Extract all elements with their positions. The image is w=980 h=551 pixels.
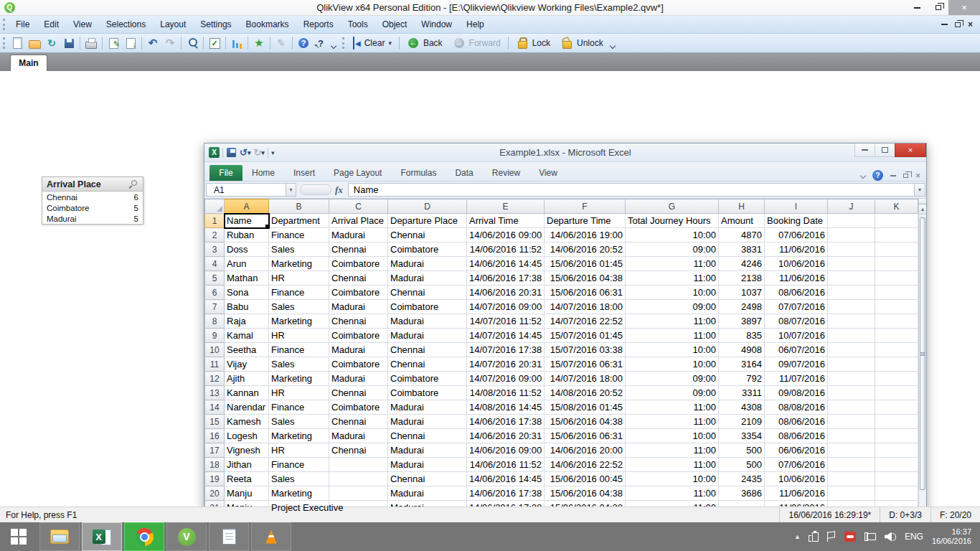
name-box[interactable]: A1 [206,183,286,197]
grid-cell-B18[interactable]: Finance [269,458,329,472]
grid-cell-B7[interactable]: Sales [269,300,329,314]
select-all-corner[interactable] [205,199,225,214]
open-button[interactable] [26,35,43,51]
grid-cell-D17[interactable]: Madurai [388,443,467,458]
grid-cell-E10[interactable]: 14/07/2016 17:38 [467,343,545,357]
grid-cell-K3[interactable] [875,242,918,257]
menu-settings[interactable]: Settings [193,16,238,33]
grid-cell-G9[interactable]: 11:00 [626,329,719,343]
grid-cell-K4[interactable] [875,257,918,271]
tray-expand-icon[interactable]: ▲ [794,533,801,540]
grid-cell-A11[interactable]: Vijay [225,357,269,372]
listbox-item-madurai[interactable]: Madurai5 [42,213,143,224]
bookmark-button[interactable] [250,35,268,51]
vertical-scrollbar[interactable]: ▲ ▼ [918,199,926,543]
grid-cell-J3[interactable] [828,242,875,257]
grid-cell-A4[interactable]: Arun [225,257,269,271]
grid-cell-C16[interactable]: Madurai [329,429,388,443]
grid-cell-H18[interactable]: 500 [719,458,765,472]
toolbar-overflow-icon-2[interactable] [609,44,616,48]
row-header-9[interactable]: 9 [205,329,225,343]
grid-cell-E14[interactable]: 14/08/2016 14:45 [467,400,545,415]
grid-cell-C20[interactable] [329,486,388,501]
grid-cell-J2[interactable] [828,228,875,242]
help-button[interactable] [295,35,312,51]
grid-cell-D10[interactable]: Chennai [388,343,467,357]
taskbar-excel-button[interactable] [82,522,122,551]
grid-cell-F20[interactable]: 15/06/2016 04:38 [545,486,626,501]
menu-layout[interactable]: Layout [153,16,193,33]
grid-cell-A2[interactable]: Ruban [225,228,269,242]
customize-qat-icon[interactable]: ▾ [271,149,275,156]
grid-cell-D18[interactable]: Madurai [388,458,467,472]
grid-cell-E4[interactable]: 14/06/2016 14:45 [467,257,545,271]
grid-cell-I6[interactable]: 08/06/2016 [765,286,828,300]
grid-cell-D6[interactable]: Chennai [388,286,467,300]
grid-cell-I13[interactable]: 09/08/2016 [765,386,828,400]
grid-cell-G5[interactable]: 11:00 [626,271,719,286]
row-header-18[interactable]: 18 [205,458,225,472]
start-button[interactable] [0,522,37,551]
grid-cell-C8[interactable]: Chennai [329,314,388,329]
grid-cell-C12[interactable]: Madurai [329,372,388,386]
grid-cell-H13[interactable]: 3311 [719,386,765,400]
excel-maximize-button[interactable] [875,143,895,157]
grid-cell-I10[interactable]: 06/07/2016 [765,343,828,357]
grid-cell-E13[interactable]: 14/08/2016 11:52 [467,386,545,400]
grid-cell-A13[interactable]: Kannan [225,386,269,400]
grid-cell-C9[interactable]: Coimbatore [329,329,388,343]
grid-cell-C19[interactable] [329,472,388,486]
help-icon[interactable]: ? [872,170,883,181]
grid-cell-D2[interactable]: Chennai [388,228,467,242]
grid-cell-G17[interactable]: 11:00 [626,443,719,458]
grid-cell-B20[interactable]: Marketing [269,486,329,501]
grid-cell-C2[interactable]: Madurai [329,228,388,242]
grid-cell-J15[interactable] [828,415,875,429]
ribbon-tab-insert[interactable]: Insert [284,165,324,181]
grid-cell-C11[interactable]: Coimbatore [329,357,388,372]
formula-bar-input[interactable]: Name [348,183,915,197]
chart-button[interactable] [228,35,245,51]
grid-cell-I17[interactable]: 06/06/2016 [765,443,828,458]
grid-cell-G11[interactable]: 10:00 [626,357,719,372]
grid-cell-A16[interactable]: Logesh [225,429,269,443]
grid-cell-B21[interactable]: Project Executive [269,501,329,515]
name-box-dropdown-icon[interactable]: ▾ [286,183,296,197]
grid-cell-K19[interactable] [875,472,918,486]
menu-bookmarks[interactable]: Bookmarks [239,16,296,33]
menu-view[interactable]: View [66,16,99,33]
grid-cell-D15[interactable]: Madurai [388,415,467,429]
grid-cell-B14[interactable]: Finance [269,400,329,415]
grid-cell-H10[interactable]: 4908 [719,343,765,357]
grid-cell-H8[interactable]: 3897 [719,314,765,329]
minimize-button[interactable] [907,0,928,15]
grid-cell-J20[interactable] [828,486,875,501]
grid-cell-F6[interactable]: 15/06/2016 06:31 [545,286,626,300]
grid-cell-F16[interactable]: 15/06/2016 06:31 [545,429,626,443]
grid-cell-J9[interactable] [828,329,875,343]
grid-cell-D5[interactable]: Madurai [388,271,467,286]
grid-cell-E12[interactable]: 14/07/2016 09:00 [467,372,545,386]
clear-button[interactable]: Clear ▾ [348,35,397,51]
grid-cell-E7[interactable]: 14/07/2016 09:00 [467,300,545,314]
menu-tools[interactable]: Tools [341,16,375,33]
grid-cell-J14[interactable] [828,400,875,415]
column-header-K[interactable]: K [875,199,918,214]
grid-cell-H1[interactable]: Amount [719,214,765,228]
row-header-19[interactable]: 19 [205,472,225,486]
grid-cell-B6[interactable]: Finance [269,286,329,300]
grid-cell-J13[interactable] [828,386,875,400]
grid-cell-J4[interactable] [828,257,875,271]
grid-cell-A12[interactable]: Ajith [225,372,269,386]
grid-cell-C18[interactable] [329,458,388,472]
grid-cell-B2[interactable]: Finance [269,228,329,242]
grid-cell-E11[interactable]: 14/07/2016 20:31 [467,357,545,372]
arrival-place-listbox[interactable]: Arrival Place Chennai6Coimbatore5Madurai… [42,176,143,225]
new-button[interactable] [9,35,26,51]
row-header-8[interactable]: 8 [205,314,225,329]
menu-file[interactable]: File [9,16,37,33]
grid-cell-B16[interactable]: Marketing [269,429,329,443]
grid-cell-G13[interactable]: 09:00 [626,386,719,400]
grid-cell-D12[interactable]: Coimbatore [388,372,467,386]
grid-cell-I20[interactable]: 11/06/2016 [765,486,828,501]
